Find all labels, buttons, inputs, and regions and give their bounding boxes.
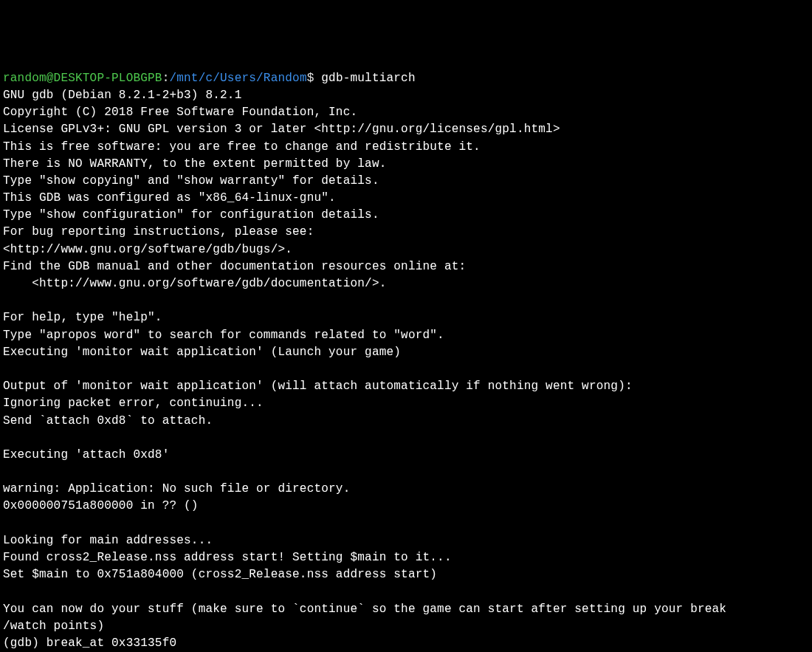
gdb-output-line: There is NO WARRANTY, to the extent perm… (3, 157, 386, 171)
gdb-output-line: License GPLv3+: GNU GPL version 3 or lat… (3, 123, 560, 136)
gdb-output-line: Copyright (C) 2018 Free Software Foundat… (3, 106, 357, 119)
gdb-output-line: Type "apropos word" to search for comman… (3, 329, 444, 342)
gdb-output-line: GNU gdb (Debian 8.2.1-2+b3) 8.2.1 (3, 89, 241, 102)
gdb-output-line: This GDB was configured as "x86_64-linux… (3, 191, 336, 205)
gdb-output-line: 0x000000751a800000 in ?? () (3, 499, 199, 512)
gdb-output-line: You can now do your stuff (make sure to … (3, 603, 726, 616)
gdb-output-line: For bug reporting instructions, please s… (3, 225, 314, 239)
gdb-output-line: Executing 'monitor wait application' (La… (3, 346, 401, 359)
gdb-output-line: <http://www.gnu.org/software/gdb/bugs/>. (3, 243, 292, 256)
gdb-output-line: Looking for main addresses... (3, 534, 213, 547)
prompt-command: gdb-multiarch (321, 72, 415, 85)
gdb-output-line: Set $main to 0x751a804000 (cross2_Releas… (3, 568, 437, 581)
gdb-prompt-line: (gdb) break_at 0x33135f0 (3, 636, 176, 650)
prompt-user-host: random@DESKTOP-PLOBGPB (3, 72, 162, 85)
gdb-output-line: For help, type "help". (3, 311, 162, 324)
gdb-output-line: Output of 'monitor wait application' (wi… (3, 380, 633, 393)
gdb-output-line: Type "show copying" and "show warranty" … (3, 174, 379, 188)
prompt-sep2: $ (307, 72, 322, 85)
gdb-output-line: Found cross2_Release.nss address start! … (3, 551, 452, 564)
gdb-output-line: Find the GDB manual and other documentat… (3, 260, 466, 273)
gdb-output-line: Type "show configuration" for configurat… (3, 208, 379, 222)
terminal-window[interactable]: random@DESKTOP-PLOBGPB:/mnt/c/Users/Rand… (3, 70, 809, 652)
gdb-output-line: <http://www.gnu.org/software/gdb/documen… (3, 277, 386, 290)
gdb-output-line: Ignoring packet error, continuing... (3, 397, 264, 410)
gdb-output-line: /watch points) (3, 620, 104, 633)
gdb-output-line: warning: Application: No such file or di… (3, 482, 350, 495)
gdb-output-line: Executing 'attach 0xd8' (3, 448, 169, 461)
gdb-output-line: Send `attach 0xd8` to attach. (3, 414, 213, 428)
gdb-output-line: This is free software: you are free to c… (3, 140, 481, 154)
prompt-sep1: : (162, 72, 170, 85)
prompt-path: /mnt/c/Users/Random (169, 72, 306, 85)
